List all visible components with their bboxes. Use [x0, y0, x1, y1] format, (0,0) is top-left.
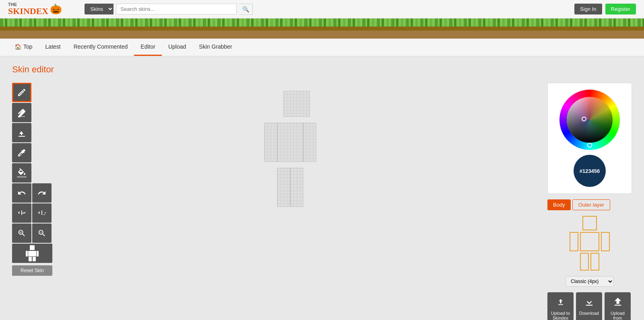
- body-row-head: [582, 216, 597, 230]
- nav-recently-commented[interactable]: Recently Commented: [67, 39, 134, 56]
- skin-type-dropdown[interactable]: Classic (4px) Slim (3px): [566, 276, 614, 287]
- upload-skindex-label: Upload to Skindex: [551, 311, 570, 320]
- skin-type-area: Classic (4px) Slim (3px): [547, 276, 632, 287]
- svg-rect-11: [264, 123, 277, 162]
- download-button[interactable]: Download: [576, 292, 602, 320]
- right-panel: #123456 Body Outer layer: [547, 83, 632, 320]
- svg-rect-3: [37, 251, 39, 256]
- svg-rect-0: [30, 245, 35, 250]
- svg-rect-17: [290, 168, 303, 207]
- upload-computer-icon: [612, 296, 623, 308]
- nav-skin-grabber[interactable]: Skin Grabber: [192, 39, 238, 56]
- tool-row-eraser: [12, 103, 52, 122]
- color-picker-box: #123456: [547, 83, 632, 194]
- redo-tool[interactable]: [32, 183, 52, 203]
- body-row-torso: [570, 232, 610, 251]
- nav-upload[interactable]: Upload: [162, 39, 192, 56]
- nav-editor[interactable]: Editor: [134, 39, 162, 56]
- color-wheel[interactable]: [559, 90, 620, 150]
- body-layer-button[interactable]: Body: [547, 199, 571, 210]
- svg-rect-13: [303, 123, 316, 162]
- svg-rect-15: [277, 168, 290, 207]
- right-arm-part[interactable]: [601, 232, 610, 251]
- body-selector: [547, 216, 632, 271]
- canvas-area[interactable]: [60, 83, 539, 284]
- eyedropper-tool[interactable]: [12, 143, 31, 162]
- svg-rect-1: [28, 251, 36, 256]
- tool-row-zoom: [12, 224, 52, 243]
- tool-row-fill: [12, 163, 52, 183]
- skin-canvas[interactable]: [252, 91, 348, 284]
- color-swatch[interactable]: #123456: [574, 155, 606, 187]
- eraser-tool[interactable]: [12, 103, 31, 122]
- svg-rect-5: [33, 257, 36, 261]
- tools-panel: Reset Skin: [12, 83, 52, 276]
- tool-row-preview: [12, 244, 52, 263]
- zoom-out-tool[interactable]: [32, 224, 52, 243]
- reset-skin-button[interactable]: Reset Skin: [12, 265, 52, 276]
- action-buttons: Upload to Skindex Download: [547, 292, 632, 320]
- search-area: Skins 🔍: [85, 4, 253, 15]
- move-right-tool[interactable]: [32, 203, 52, 223]
- home-icon: 🏠: [14, 43, 21, 50]
- pencil-tool[interactable]: [12, 83, 31, 102]
- color-picker-cursor: [582, 117, 586, 121]
- svg-rect-7: [284, 91, 310, 117]
- register-button[interactable]: Register: [605, 4, 636, 14]
- signin-button[interactable]: Sign In: [574, 4, 602, 14]
- page-title: Skin editor: [12, 64, 632, 75]
- logo: THE SKINDEX 🎃: [8, 2, 62, 16]
- upload-computer-button[interactable]: Upload from Computer: [605, 292, 631, 320]
- upload-skindex-icon: [555, 296, 566, 308]
- head-part[interactable]: [582, 216, 597, 230]
- move-left-tool[interactable]: [12, 203, 31, 223]
- fill-tool[interactable]: [12, 163, 31, 183]
- hue-cursor: [587, 143, 592, 148]
- logo-pumpkin: 🎃: [50, 4, 62, 15]
- search-type-dropdown[interactable]: Skins: [85, 4, 114, 14]
- stamp-tool[interactable]: [12, 123, 31, 142]
- svg-rect-2: [26, 251, 28, 256]
- download-icon: [584, 296, 595, 308]
- header: THE SKINDEX 🎃 Skins 🔍 Sign In Register: [0, 0, 644, 18]
- nav-top[interactable]: 🏠 Top: [8, 39, 39, 56]
- skin-preview-tool[interactable]: [12, 244, 52, 263]
- torso-part[interactable]: [580, 232, 599, 251]
- body-row-legs: [580, 253, 599, 271]
- right-leg-part[interactable]: [590, 253, 599, 271]
- search-input[interactable]: [116, 4, 237, 14]
- left-leg-part[interactable]: [580, 253, 589, 271]
- outer-layer-button[interactable]: Outer layer: [572, 199, 610, 210]
- tool-row-undo-redo: [12, 183, 52, 203]
- auth-buttons: Sign In Register: [574, 4, 636, 14]
- editor-layout: Reset Skin: [12, 83, 632, 320]
- svg-rect-4: [29, 257, 32, 261]
- zoom-in-tool[interactable]: [12, 224, 31, 243]
- upload-computer-label: Upload from Computer: [608, 311, 627, 320]
- left-arm-part[interactable]: [570, 232, 578, 251]
- download-label: Download: [579, 311, 599, 316]
- color-hex-label: #123456: [580, 168, 600, 174]
- nav-bar: 🏠 Top Latest Recently Commented Editor U…: [0, 39, 644, 56]
- search-button[interactable]: 🔍: [239, 4, 253, 15]
- svg-rect-9: [277, 123, 303, 162]
- tool-row-eyedropper: [12, 143, 52, 162]
- upload-skindex-button[interactable]: Upload to Skindex: [547, 292, 574, 320]
- tool-row-move: [12, 203, 52, 223]
- nav-latest[interactable]: Latest: [39, 39, 67, 56]
- tool-row-stamp: [12, 123, 52, 142]
- tool-row-pencil: [12, 83, 52, 102]
- main-content: Skin editor: [0, 56, 644, 320]
- layer-buttons: Body Outer layer: [547, 199, 632, 210]
- logo-skindex: SKINDEX: [8, 7, 48, 16]
- undo-tool[interactable]: [12, 183, 31, 203]
- color-square[interactable]: [567, 97, 613, 143]
- grass-banner: [0, 18, 644, 39]
